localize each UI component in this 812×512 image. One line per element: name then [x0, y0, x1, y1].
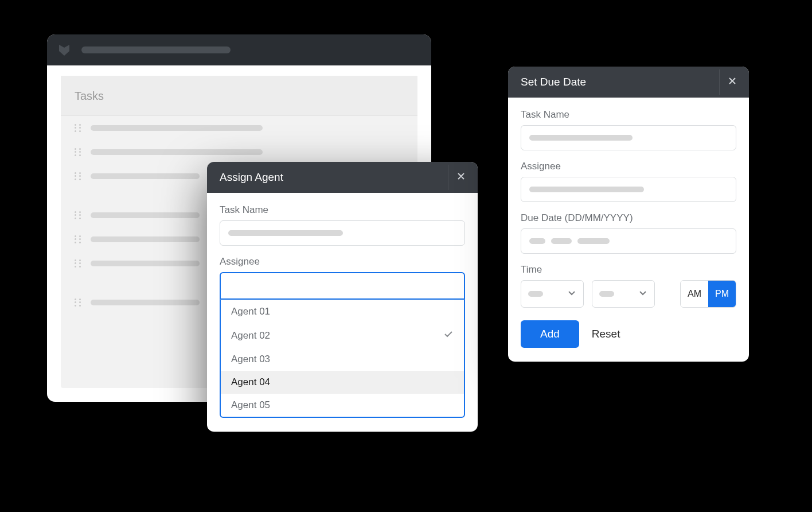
header-placeholder: [81, 46, 231, 53]
input-placeholder: [228, 230, 343, 236]
date-segment-placeholder: [529, 238, 545, 244]
close-button[interactable]: [719, 69, 744, 95]
chevron-down-icon: [638, 288, 647, 300]
assignee-option[interactable]: Agent 01: [221, 300, 464, 323]
task-placeholder: [91, 149, 263, 155]
drag-handle-icon[interactable]: [75, 298, 83, 307]
option-label: Agent 03: [231, 354, 270, 365]
close-icon: [727, 76, 737, 89]
task-placeholder: [91, 261, 200, 266]
modal-header: Set Due Date: [508, 67, 749, 98]
assignee-option[interactable]: Agent 05: [221, 394, 464, 417]
task-placeholder: [91, 212, 200, 218]
chevron-down-icon: [567, 288, 576, 300]
select-placeholder: [528, 291, 543, 297]
modal-title: Set Due Date: [521, 76, 586, 88]
input-placeholder: [529, 187, 644, 192]
due-date-input[interactable]: [521, 228, 736, 254]
assignee-option[interactable]: Agent 02: [221, 323, 464, 348]
time-label: Time: [521, 264, 736, 276]
task-placeholder: [91, 300, 200, 305]
task-name-label: Task Name: [220, 204, 465, 216]
select-placeholder: [599, 291, 614, 297]
ampm-toggle: AM PM: [680, 280, 736, 308]
hour-select[interactable]: [521, 280, 584, 308]
add-button[interactable]: Add: [521, 320, 579, 348]
date-segment-placeholder: [551, 238, 572, 244]
assignee-input[interactable]: [521, 177, 736, 202]
drag-handle-icon[interactable]: [75, 172, 83, 180]
option-label: Agent 05: [231, 399, 270, 411]
am-button[interactable]: AM: [681, 281, 708, 307]
assignee-combobox-list: Agent 01Agent 02Agent 03Agent 04Agent 05: [220, 300, 465, 418]
drag-handle-icon[interactable]: [75, 259, 83, 267]
assignee-option[interactable]: Agent 03: [221, 348, 464, 371]
close-button[interactable]: [448, 165, 473, 190]
minute-select[interactable]: [592, 280, 655, 308]
fox-logo-icon: [57, 43, 71, 57]
app-header: [47, 34, 431, 65]
option-label: Agent 01: [231, 306, 270, 317]
reset-button[interactable]: Reset: [592, 328, 620, 340]
modal-title: Assign Agent: [220, 171, 283, 184]
task-row[interactable]: [61, 116, 417, 140]
drag-handle-icon[interactable]: [75, 211, 83, 219]
task-placeholder: [91, 236, 200, 242]
drag-handle-icon[interactable]: [75, 148, 83, 156]
date-segment-placeholder: [577, 238, 610, 244]
set-due-date-modal: Set Due Date Task Name Assignee Due Date…: [508, 67, 749, 362]
assignee-label: Assignee: [521, 161, 736, 172]
check-icon: [443, 329, 454, 342]
due-date-label: Due Date (DD/MM/YYYY): [521, 212, 736, 224]
option-label: Agent 02: [231, 330, 270, 342]
task-name-input[interactable]: [220, 220, 465, 246]
input-placeholder: [529, 135, 633, 141]
close-icon: [456, 171, 466, 184]
modal-header: Assign Agent: [207, 162, 478, 193]
task-placeholder: [91, 173, 200, 179]
assignee-option[interactable]: Agent 04: [221, 371, 464, 394]
task-row[interactable]: [61, 140, 417, 164]
pm-button[interactable]: PM: [708, 281, 736, 307]
drag-handle-icon[interactable]: [75, 124, 83, 132]
drag-handle-icon[interactable]: [75, 235, 83, 243]
tasks-section-title: Tasks: [61, 76, 417, 116]
option-label: Agent 04: [231, 377, 270, 388]
assignee-label: Assignee: [220, 256, 465, 267]
assign-agent-modal: Assign Agent Task Name Assignee Agent 01…: [207, 162, 478, 432]
task-name-input[interactable]: [521, 125, 736, 150]
task-name-label: Task Name: [521, 109, 736, 121]
assignee-combobox-input[interactable]: [220, 272, 465, 300]
task-placeholder: [91, 125, 263, 131]
